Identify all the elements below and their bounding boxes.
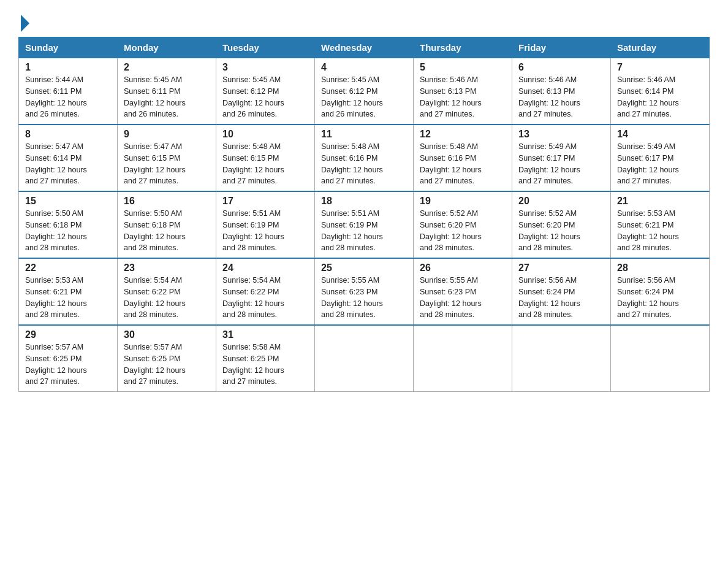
calendar-cell: 12 Sunrise: 5:48 AM Sunset: 6:16 PM Dayl… <box>414 124 512 191</box>
calendar-cell: 17 Sunrise: 5:51 AM Sunset: 6:19 PM Dayl… <box>216 191 315 258</box>
calendar-cell: 20 Sunrise: 5:52 AM Sunset: 6:20 PM Dayl… <box>512 191 611 258</box>
calendar-week-row: 15 Sunrise: 5:50 AM Sunset: 6:18 PM Dayl… <box>19 191 710 258</box>
calendar-cell: 13 Sunrise: 5:49 AM Sunset: 6:17 PM Dayl… <box>512 124 611 191</box>
day-info: Sunrise: 5:50 AM Sunset: 6:18 PM Dayligh… <box>25 208 111 254</box>
day-info: Sunrise: 5:46 AM Sunset: 6:14 PM Dayligh… <box>617 74 703 120</box>
day-number: 12 <box>420 129 506 140</box>
calendar-cell: 31 Sunrise: 5:58 AM Sunset: 6:25 PM Dayl… <box>216 325 315 392</box>
day-number: 5 <box>420 62 506 73</box>
day-number: 19 <box>420 196 506 207</box>
day-number: 14 <box>617 129 703 140</box>
day-number: 22 <box>25 262 111 274</box>
logo <box>18 17 29 29</box>
calendar-cell: 6 Sunrise: 5:46 AM Sunset: 6:13 PM Dayli… <box>512 58 611 125</box>
day-number: 9 <box>124 129 210 140</box>
calendar-cell: 27 Sunrise: 5:56 AM Sunset: 6:24 PM Dayl… <box>512 258 611 325</box>
calendar-cell: 18 Sunrise: 5:51 AM Sunset: 6:19 PM Dayl… <box>315 191 414 258</box>
day-number: 25 <box>321 262 407 274</box>
calendar-cell: 2 Sunrise: 5:45 AM Sunset: 6:11 PM Dayli… <box>118 58 216 125</box>
day-info: Sunrise: 5:56 AM Sunset: 6:24 PM Dayligh… <box>518 275 604 321</box>
calendar-cell: 9 Sunrise: 5:47 AM Sunset: 6:15 PM Dayli… <box>118 124 216 191</box>
day-number: 21 <box>617 196 703 207</box>
calendar-cell: 24 Sunrise: 5:54 AM Sunset: 6:22 PM Dayl… <box>216 258 315 325</box>
day-number: 27 <box>518 262 604 274</box>
day-number: 11 <box>321 129 407 140</box>
day-info: Sunrise: 5:48 AM Sunset: 6:15 PM Dayligh… <box>222 141 308 187</box>
calendar-cell: 25 Sunrise: 5:55 AM Sunset: 6:23 PM Dayl… <box>315 258 414 325</box>
calendar-cell: 10 Sunrise: 5:48 AM Sunset: 6:15 PM Dayl… <box>216 124 315 191</box>
calendar-week-row: 1 Sunrise: 5:44 AM Sunset: 6:11 PM Dayli… <box>19 58 710 125</box>
day-info: Sunrise: 5:52 AM Sunset: 6:20 PM Dayligh… <box>518 208 604 254</box>
day-info: Sunrise: 5:45 AM Sunset: 6:11 PM Dayligh… <box>124 74 210 120</box>
calendar-cell: 4 Sunrise: 5:45 AM Sunset: 6:12 PM Dayli… <box>315 58 414 125</box>
calendar-cell: 19 Sunrise: 5:52 AM Sunset: 6:20 PM Dayl… <box>414 191 512 258</box>
day-number: 10 <box>222 129 308 140</box>
day-info: Sunrise: 5:46 AM Sunset: 6:13 PM Dayligh… <box>518 74 604 120</box>
calendar-cell <box>512 325 611 392</box>
day-number: 4 <box>321 62 407 73</box>
calendar-header-sunday: Sunday <box>19 37 118 58</box>
day-number: 13 <box>518 129 604 140</box>
day-number: 15 <box>25 196 111 207</box>
calendar-header-friday: Friday <box>512 37 611 58</box>
day-info: Sunrise: 5:47 AM Sunset: 6:14 PM Dayligh… <box>25 141 111 187</box>
day-info: Sunrise: 5:50 AM Sunset: 6:18 PM Dayligh… <box>124 208 210 254</box>
day-info: Sunrise: 5:53 AM Sunset: 6:21 PM Dayligh… <box>617 208 703 254</box>
calendar-cell: 28 Sunrise: 5:56 AM Sunset: 6:24 PM Dayl… <box>611 258 710 325</box>
day-number: 31 <box>222 329 308 340</box>
day-info: Sunrise: 5:48 AM Sunset: 6:16 PM Dayligh… <box>321 141 407 187</box>
day-info: Sunrise: 5:55 AM Sunset: 6:23 PM Dayligh… <box>321 275 407 321</box>
calendar-header-row: SundayMondayTuesdayWednesdayThursdayFrid… <box>19 37 710 58</box>
day-info: Sunrise: 5:44 AM Sunset: 6:11 PM Dayligh… <box>25 74 111 120</box>
calendar-cell: 5 Sunrise: 5:46 AM Sunset: 6:13 PM Dayli… <box>414 58 512 125</box>
day-info: Sunrise: 5:58 AM Sunset: 6:25 PM Dayligh… <box>222 342 308 388</box>
calendar-cell: 26 Sunrise: 5:55 AM Sunset: 6:23 PM Dayl… <box>414 258 512 325</box>
calendar-header-thursday: Thursday <box>414 37 512 58</box>
calendar-cell: 29 Sunrise: 5:57 AM Sunset: 6:25 PM Dayl… <box>19 325 118 392</box>
day-number: 23 <box>124 262 210 274</box>
day-info: Sunrise: 5:57 AM Sunset: 6:25 PM Dayligh… <box>124 342 210 388</box>
day-info: Sunrise: 5:56 AM Sunset: 6:24 PM Dayligh… <box>617 275 703 321</box>
day-info: Sunrise: 5:45 AM Sunset: 6:12 PM Dayligh… <box>222 74 308 120</box>
day-number: 30 <box>124 329 210 340</box>
calendar-week-row: 8 Sunrise: 5:47 AM Sunset: 6:14 PM Dayli… <box>19 124 710 191</box>
day-info: Sunrise: 5:52 AM Sunset: 6:20 PM Dayligh… <box>420 208 506 254</box>
calendar-cell: 11 Sunrise: 5:48 AM Sunset: 6:16 PM Dayl… <box>315 124 414 191</box>
day-info: Sunrise: 5:49 AM Sunset: 6:17 PM Dayligh… <box>617 141 703 187</box>
day-info: Sunrise: 5:49 AM Sunset: 6:17 PM Dayligh… <box>518 141 604 187</box>
day-info: Sunrise: 5:55 AM Sunset: 6:23 PM Dayligh… <box>420 275 506 321</box>
header <box>18 12 710 29</box>
day-number: 6 <box>518 62 604 73</box>
day-number: 17 <box>222 196 308 207</box>
calendar-cell: 8 Sunrise: 5:47 AM Sunset: 6:14 PM Dayli… <box>19 124 118 191</box>
logo-arrow-icon <box>21 15 29 32</box>
day-info: Sunrise: 5:46 AM Sunset: 6:13 PM Dayligh… <box>420 74 506 120</box>
calendar-cell: 15 Sunrise: 5:50 AM Sunset: 6:18 PM Dayl… <box>19 191 118 258</box>
calendar-cell: 23 Sunrise: 5:54 AM Sunset: 6:22 PM Dayl… <box>118 258 216 325</box>
day-number: 2 <box>124 62 210 73</box>
day-number: 7 <box>617 62 703 73</box>
calendar-cell: 21 Sunrise: 5:53 AM Sunset: 6:21 PM Dayl… <box>611 191 710 258</box>
calendar-header-tuesday: Tuesday <box>216 37 315 58</box>
day-number: 28 <box>617 262 703 274</box>
day-info: Sunrise: 5:51 AM Sunset: 6:19 PM Dayligh… <box>222 208 308 254</box>
calendar-cell: 1 Sunrise: 5:44 AM Sunset: 6:11 PM Dayli… <box>19 58 118 125</box>
day-info: Sunrise: 5:47 AM Sunset: 6:15 PM Dayligh… <box>124 141 210 187</box>
day-number: 8 <box>25 129 111 140</box>
calendar-header-wednesday: Wednesday <box>315 37 414 58</box>
calendar-cell: 30 Sunrise: 5:57 AM Sunset: 6:25 PM Dayl… <box>118 325 216 392</box>
calendar-cell: 14 Sunrise: 5:49 AM Sunset: 6:17 PM Dayl… <box>611 124 710 191</box>
calendar-cell <box>315 325 414 392</box>
day-info: Sunrise: 5:54 AM Sunset: 6:22 PM Dayligh… <box>124 275 210 321</box>
calendar-week-row: 22 Sunrise: 5:53 AM Sunset: 6:21 PM Dayl… <box>19 258 710 325</box>
day-number: 29 <box>25 329 111 340</box>
day-info: Sunrise: 5:57 AM Sunset: 6:25 PM Dayligh… <box>25 342 111 388</box>
calendar-header-monday: Monday <box>118 37 216 58</box>
day-number: 26 <box>420 262 506 274</box>
day-number: 18 <box>321 196 407 207</box>
calendar-cell: 7 Sunrise: 5:46 AM Sunset: 6:14 PM Dayli… <box>611 58 710 125</box>
day-info: Sunrise: 5:53 AM Sunset: 6:21 PM Dayligh… <box>25 275 111 321</box>
calendar-cell <box>611 325 710 392</box>
day-number: 3 <box>222 62 308 73</box>
day-number: 20 <box>518 196 604 207</box>
